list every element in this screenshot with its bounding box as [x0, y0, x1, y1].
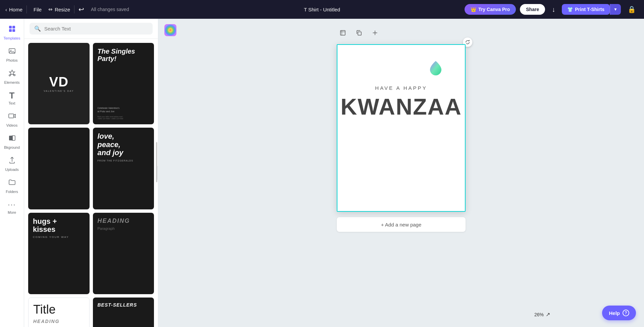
sidebar-item-folders[interactable]: Folders	[1, 175, 23, 197]
search-icon: 🔍	[34, 25, 41, 32]
chevron-left-icon: ‹	[5, 7, 7, 12]
sidebar-label-folders: Folders	[6, 190, 18, 194]
resize-button[interactable]: ⇔ Resize	[48, 6, 70, 12]
svg-rect-9	[9, 114, 14, 118]
canvas-wrapper: HAVE A HAPPY KWANZAA	[337, 44, 466, 212]
help-label: Help	[609, 310, 620, 316]
top-navbar: ‹ Home File ⇔ Resize ↩ All changes saved…	[0, 0, 644, 19]
canvas-toolbar	[337, 27, 381, 39]
svg-point-7	[9, 75, 10, 76]
sidebar-item-templates[interactable]: Templates	[1, 21, 23, 44]
templates-panel: 🔍 VD VALENTINE'S DAY The Singles P	[24, 19, 158, 327]
template-hugs-kisses[interactable]: hugs +kisses COMING YOUR WAY	[28, 213, 90, 294]
sidebar-item-videos[interactable]: Videos	[1, 109, 23, 131]
sidebar-label-videos: Videos	[6, 123, 17, 127]
resize-icon: ⇔	[48, 6, 53, 12]
template-heading-dark[interactable]: HEADING Paragraph	[93, 213, 154, 294]
zoom-expand-button[interactable]: ↗	[546, 311, 550, 318]
zoom-level: 26%	[534, 312, 544, 317]
svg-rect-10	[9, 136, 13, 140]
print-button-group: 👕 Print T-Shirts ▼	[562, 4, 621, 15]
tshirt-icon: 👕	[567, 7, 573, 12]
svg-rect-3	[9, 29, 12, 32]
canva-decoration	[427, 58, 445, 76]
home-button[interactable]: ‹ Home	[5, 7, 22, 12]
template-love-peace[interactable]: love,peace,and joy FROM THE FITZGERALDS	[93, 128, 154, 209]
sidebar-item-photos[interactable]: Photos	[1, 44, 23, 66]
print-tshirts-button[interactable]: 👕 Print T-Shirts	[562, 4, 610, 15]
canvas-area: HAVE A HAPPY KWANZAA + Add a new page	[158, 19, 644, 327]
svg-rect-13	[358, 32, 361, 35]
sidebar-label-photos: Photos	[6, 58, 17, 62]
svg-rect-8	[14, 74, 15, 76]
sidebar-label-more: More	[8, 210, 16, 214]
sidebar-label-text: Text	[8, 101, 15, 105]
search-container: 🔍	[30, 23, 153, 35]
sidebar-item-uploads[interactable]: Uploads	[1, 153, 23, 175]
design-canvas[interactable]: HAVE A HAPPY KWANZAA	[337, 44, 466, 212]
svg-rect-2	[12, 26, 15, 28]
svg-rect-12	[340, 30, 345, 35]
svg-point-6	[10, 50, 11, 51]
template-singles-party[interactable]: The Singles Party! Celebrate Valentine's…	[93, 43, 154, 124]
download-button[interactable]: ↓	[549, 4, 558, 15]
add-new-page-button[interactable]: + Add a new page	[337, 217, 466, 232]
text-icon: T	[9, 91, 15, 100]
uploads-icon	[8, 156, 16, 166]
more-icon: ···	[8, 200, 16, 209]
zoom-control: 26% ↗	[534, 311, 550, 318]
sidebar-label-uploads: Uploads	[5, 168, 18, 172]
canvas-frame-button[interactable]	[337, 27, 349, 39]
try-canva-pro-button[interactable]: 👑 Try Canva Pro	[465, 4, 516, 15]
nav-right-actions: 👑 Try Canva Pro Share ↓ 👕 Print T-Shirts…	[465, 4, 639, 15]
template-grid: VD VALENTINE'S DAY The Singles Party! Ce…	[28, 43, 154, 327]
help-button[interactable]: Help ?	[602, 306, 636, 320]
left-sidebar: Templates Photos Elements	[0, 19, 24, 327]
sidebar-label-elements: Elements	[4, 80, 20, 84]
lock-icon[interactable]: 🔒	[625, 4, 639, 15]
videos-icon	[8, 112, 16, 122]
help-icon: ?	[623, 310, 629, 316]
file-menu[interactable]: File	[31, 5, 44, 14]
sidebar-item-elements[interactable]: Elements	[1, 66, 23, 88]
template-list: VD VALENTINE'S DAY The Singles Party! Ce…	[24, 39, 158, 327]
elements-icon	[8, 69, 16, 79]
sidebar-item-text[interactable]: T Text	[1, 88, 23, 109]
templates-icon	[8, 25, 16, 35]
template-bestsellers[interactable]: BEST-SELLERS	[93, 298, 154, 327]
home-label: Home	[9, 7, 22, 12]
photos-icon	[8, 47, 16, 57]
template-valentines[interactable]: VD VALENTINE'S DAY	[28, 43, 90, 124]
canvas-add-button[interactable]	[369, 27, 381, 39]
nav-divider2	[74, 5, 74, 13]
template-title-heading[interactable]: Title HEADING	[28, 298, 90, 327]
search-input[interactable]	[44, 26, 148, 31]
crown-icon: 👑	[471, 7, 476, 12]
print-dropdown-button[interactable]: ▼	[610, 4, 621, 15]
nav-divider	[26, 5, 27, 13]
share-button[interactable]: Share	[520, 4, 545, 15]
svg-rect-4	[12, 29, 15, 32]
panel-search-section: 🔍	[24, 19, 158, 39]
template-dark-empty[interactable]	[28, 128, 90, 209]
background-icon	[8, 134, 16, 144]
main-layout: Templates Photos Elements	[0, 19, 644, 327]
sidebar-item-background[interactable]: Bkground	[1, 131, 23, 153]
svg-rect-1	[9, 26, 12, 28]
canvas-text-have-a-happy: HAVE A HAPPY	[375, 85, 427, 91]
canvas-copy-button[interactable]	[353, 27, 365, 39]
sidebar-label-templates: Templates	[3, 36, 20, 40]
autosave-status: All changes saved	[91, 7, 129, 12]
document-title: T Shirt - Untitled	[304, 7, 340, 12]
undo-button[interactable]: ↩	[78, 5, 84, 13]
canvas-text-kwanzaa: KWANZAA	[340, 93, 462, 120]
sidebar-label-background: Bkground	[4, 145, 20, 149]
folders-icon	[8, 178, 16, 188]
sidebar-item-more[interactable]: ··· More	[1, 197, 23, 218]
